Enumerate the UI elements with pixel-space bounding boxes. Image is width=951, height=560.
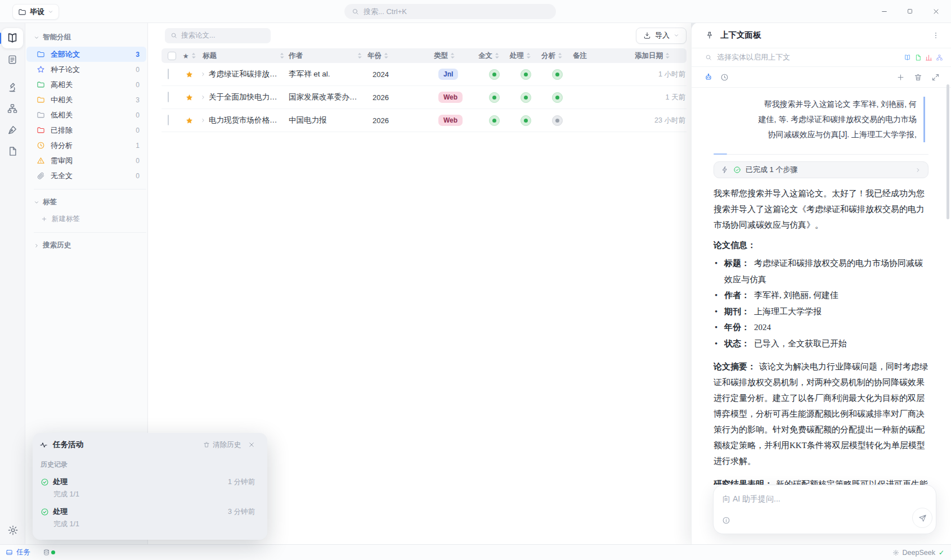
sidebar-group-item[interactable]: 低相关 0 [26, 107, 146, 123]
graph-filter-icon[interactable] [936, 54, 943, 61]
delete-chat-button[interactable] [914, 73, 922, 82]
column-title[interactable]: 标题 [198, 51, 289, 61]
rail-library-tab[interactable] [2, 28, 23, 48]
attach-context-icon[interactable] [722, 516, 730, 525]
sidebar-group-item[interactable]: 全部论文 3 [26, 47, 146, 62]
titlebar: 毕设 搜索... Ctrl+K [0, 0, 951, 23]
new-chat-button[interactable] [896, 73, 905, 82]
expand-row-icon[interactable] [200, 94, 206, 100]
paper-title[interactable]: 电力现货市场价格波动： ... [209, 115, 289, 125]
paper-results: 研究结果表明：新的碳配额核定策略既可以促进可再生能源发展，控制供电成本增长 [714, 476, 928, 485]
user-message: 帮我搜索并导入这篇论文 李军祥, 刘艳丽, 何建佳, 等. 考虑绿证和碳排放权交… [757, 97, 925, 142]
folder-icon [37, 80, 45, 89]
column-analysis[interactable]: 分析 [541, 51, 573, 61]
history-button[interactable] [720, 73, 729, 82]
search-icon [352, 8, 359, 15]
import-button[interactable]: 导入 [636, 28, 687, 44]
paper-title[interactable]: 关于全面加快电力现货市... [209, 92, 289, 102]
database-status[interactable] [43, 549, 50, 556]
more-options-icon[interactable] [932, 31, 940, 39]
task-history-item[interactable]: 处理 1 分钟前 完成 1/1 [33, 469, 267, 499]
sort-icon [357, 52, 362, 59]
expand-panel-button[interactable] [931, 73, 940, 82]
paper-search-input[interactable]: 搜索论文... [165, 28, 271, 43]
expand-row-icon[interactable] [200, 71, 206, 77]
sidebar-group-item[interactable]: 高相关 0 [26, 77, 146, 92]
star-icon[interactable] [185, 116, 194, 125]
smart-groups-header[interactable]: 智能分组 [25, 30, 147, 47]
clear-history-button[interactable]: 清除历史 [203, 440, 241, 450]
new-tag-button[interactable]: 新建标签 [25, 211, 147, 227]
sidebar-group-item[interactable]: 需审阅 0 [26, 153, 146, 168]
settings-button[interactable] [0, 524, 25, 536]
folder-icon [37, 50, 45, 58]
row-checkbox[interactable] [168, 115, 169, 125]
table-row[interactable]: 考虑绿证和碳排放权交易... 李军祥 et al. 2024 Jnl 1 小时前 [162, 63, 687, 86]
maximize-button[interactable] [905, 6, 915, 16]
tasks-button[interactable]: 任务 [6, 548, 30, 557]
table-row[interactable]: 电力现货市场价格波动： ... 中国电力报 2026 Web 23 小时前 [162, 109, 687, 132]
column-year[interactable]: 年份 [367, 51, 434, 61]
row-checkbox[interactable] [168, 69, 169, 79]
chart-filter-icon[interactable] [925, 54, 932, 61]
chat-input[interactable]: 向 AI 助手提问... [713, 485, 936, 534]
column-author[interactable]: 作者 [289, 51, 367, 61]
rail-research-tab[interactable] [2, 77, 23, 97]
sidebar-group-item[interactable]: 中相关 3 [26, 92, 146, 107]
rail-writing-tab[interactable] [2, 120, 23, 140]
column-process[interactable]: 处理 [510, 51, 541, 61]
rail-graph-tab[interactable] [2, 98, 23, 119]
group-count: 0 [136, 66, 140, 74]
chat-thread[interactable]: 帮我搜索并导入这篇论文 李军祥, 刘艳丽, 何建佳, 等. 考虑绿证和碳排放权交… [692, 86, 951, 485]
tags-header[interactable]: 标签 [25, 195, 147, 211]
sidebar-group-item[interactable]: 无全文 0 [26, 168, 146, 183]
star-icon [37, 65, 45, 74]
sort-icon [280, 52, 284, 59]
close-button[interactable] [931, 6, 941, 16]
table-row[interactable]: 关于全面加快电力现货市... 国家发展改革委办公厅 et... 2026 Web… [162, 86, 687, 109]
pin-icon[interactable] [705, 31, 714, 40]
expand-row-icon[interactable] [200, 118, 206, 123]
rail-documents-tab[interactable] [2, 141, 23, 161]
completed-steps-toggle[interactable]: 已完成 1 个步骤 [714, 161, 928, 178]
project-switcher[interactable]: 毕设 [12, 4, 59, 20]
book-filter-icon[interactable] [904, 54, 911, 61]
task-history-item[interactable]: 处理 3 分钟前 完成 1/1 [33, 499, 267, 529]
sort-icon [665, 52, 670, 59]
added-date: 1 小时前 [607, 70, 687, 79]
star-icon[interactable] [185, 93, 194, 102]
paper-title[interactable]: 考虑绿证和碳排放权交易... [209, 69, 289, 79]
sidebar-group-item[interactable]: 已排除 0 [26, 123, 146, 138]
send-button[interactable] [912, 508, 932, 528]
sidebar-group-item[interactable]: 种子论文 0 [26, 62, 146, 77]
column-star[interactable]: ★ [181, 52, 198, 60]
group-count: 3 [136, 96, 140, 104]
close-icon [248, 441, 255, 448]
star-icon[interactable] [185, 70, 194, 79]
online-dot [51, 550, 55, 554]
paper-author: 国家发展改革委办公厅 et... [289, 92, 367, 102]
close-popup-button[interactable] [248, 441, 255, 448]
sidebar-group-item[interactable]: 待分析 1 [26, 138, 146, 153]
ai-agent-button[interactable] [704, 73, 713, 82]
column-added-date[interactable]: 添加日期 [607, 51, 687, 61]
column-fulltext[interactable]: 全文 [478, 51, 510, 61]
sort-icon [384, 52, 388, 59]
select-all-checkbox[interactable] [168, 52, 176, 60]
model-status[interactable]: DeepSeek ✓ [892, 549, 944, 557]
rail-notes-tab[interactable] [2, 49, 23, 70]
chat-scrollbar[interactable] [946, 84, 949, 219]
type-badge: Jnl [438, 69, 458, 80]
entity-search-input[interactable]: 选择实体以启用上下文 [692, 48, 951, 67]
check-circle-icon [41, 478, 49, 486]
row-checkbox[interactable] [168, 92, 169, 102]
minimize-button[interactable] [879, 6, 889, 16]
search-history-header[interactable]: 搜索历史 [25, 238, 147, 255]
column-type[interactable]: 类型 [434, 51, 478, 61]
maximize-icon [907, 8, 913, 15]
column-note[interactable]: 备注 [573, 51, 607, 61]
group-count: 0 [136, 172, 140, 180]
lightning-icon [721, 166, 729, 174]
global-search[interactable]: 搜索... Ctrl+K [344, 4, 556, 19]
file-filter-icon[interactable] [914, 54, 922, 61]
